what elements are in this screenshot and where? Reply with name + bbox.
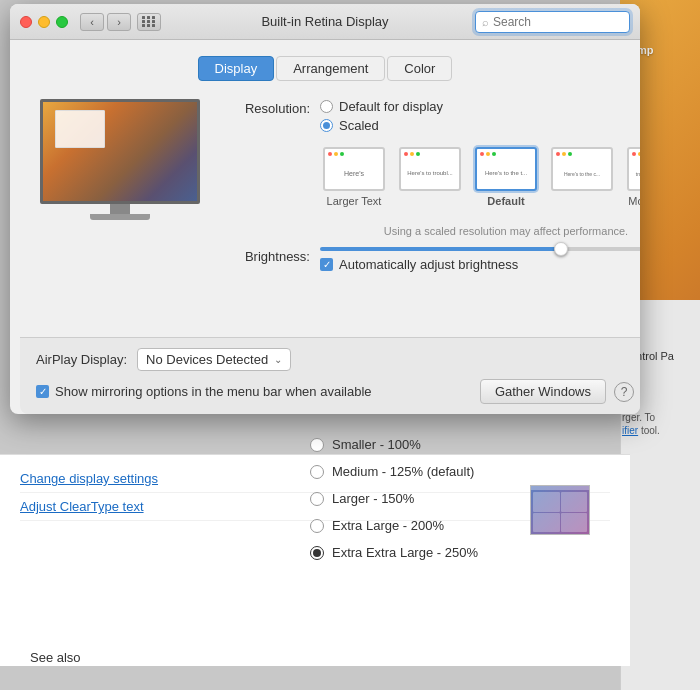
search-icon: ⌕ <box>482 16 489 28</box>
resolution-scaled-radio[interactable] <box>320 119 333 132</box>
resolution-row: Resolution: Default for display Scaled <box>230 99 640 137</box>
nav-buttons: ‹ › <box>80 13 131 31</box>
monitor-base <box>90 214 150 220</box>
radio-dot <box>323 122 330 129</box>
radio-label-2: Larger - 150% <box>332 491 414 506</box>
slider-track[interactable] <box>320 247 640 251</box>
res-preview-default: Here's to the t... <box>475 147 537 191</box>
brightness-options: ✓ Automatically adjust brightness <box>320 247 640 272</box>
res-text-1: Here's to troubl... <box>407 170 453 177</box>
dropdown-arrow-icon: ⌄ <box>274 354 282 365</box>
dot-red-4 <box>556 152 560 156</box>
res-option-p2[interactable]: Here's to troubl... <box>396 147 464 207</box>
airplay-label: AirPlay Display: <box>36 352 127 367</box>
resolution-default-radio[interactable] <box>320 100 333 113</box>
res-label-2: Default <box>487 195 524 207</box>
adjust-cleartype-link[interactable]: Adjust ClearType text <box>20 499 144 514</box>
search-box[interactable]: ⌕ ⊗ <box>475 11 630 33</box>
radio-circle-2 <box>310 492 324 506</box>
gather-windows-button[interactable]: Gather Windows <box>480 379 606 404</box>
see-also-section: See also <box>30 650 81 665</box>
ifier-link[interactable]: ifier <box>622 425 638 436</box>
window-title: Built-in Retina Display <box>261 14 388 29</box>
dot-green-2 <box>416 152 420 156</box>
airplay-row: AirPlay Display: No Devices Detected ⌄ <box>36 348 634 371</box>
brightness-row: Brightness: ✓ Automatically adjust brigh… <box>230 247 640 272</box>
maximize-button[interactable] <box>56 16 68 28</box>
res-text-0: Here's <box>344 170 364 178</box>
dot-green <box>340 152 344 156</box>
show-mirroring-checkbox[interactable]: ✓ <box>36 385 49 398</box>
res-dots <box>328 152 344 156</box>
title-bar: ‹ › Built-in Retina Display ⌕ ⊗ <box>10 4 640 40</box>
res-label-4: More Space <box>628 195 640 207</box>
tab-arrangement[interactable]: Arrangement <box>276 56 385 81</box>
bottom-bar: AirPlay Display: No Devices Detected ⌄ ✓… <box>20 337 640 414</box>
help-button[interactable]: ? <box>614 382 634 402</box>
res-text-4: troublemakers. Th... <box>636 171 640 177</box>
slider-thumb[interactable] <box>554 242 568 256</box>
window-content: Display Arrangement Color Resolution: <box>10 40 640 298</box>
tab-bar: Display Arrangement Color <box>30 56 620 81</box>
res-option-more-space[interactable]: troublemakers. Th... More Space <box>624 147 640 207</box>
dot-green-3 <box>492 152 496 156</box>
dot-yellow-3 <box>486 152 490 156</box>
resolution-options: Default for display Scaled <box>320 99 640 137</box>
search-input[interactable] <box>493 15 640 29</box>
auto-brightness-checkbox[interactable]: ✓ <box>320 258 333 271</box>
res-option-p4[interactable]: Here's to the c... <box>548 147 616 207</box>
brightness-slider <box>320 247 640 251</box>
res-label-0: Larger Text <box>327 195 382 207</box>
mac-window: ‹ › Built-in Retina Display ⌕ ⊗ Display … <box>10 4 640 414</box>
grid-button[interactable] <box>137 13 161 31</box>
res-dots-3 <box>480 152 496 156</box>
resolution-default-label: Default for display <box>339 99 443 114</box>
brightness-label: Brightness: <box>230 247 320 264</box>
res-option-larger-text[interactable]: Here's Larger Text <box>320 147 388 207</box>
ifier-suffix: tool. <box>641 425 660 436</box>
see-also-title: See also <box>30 650 81 665</box>
options-row: ✓ Show mirroring options in the menu bar… <box>36 379 634 404</box>
traffic-lights <box>20 16 68 28</box>
radio-circle-0 <box>310 438 324 452</box>
radio-label-1: Medium - 125% (default) <box>332 464 474 479</box>
dot-red <box>328 152 332 156</box>
grid-icon <box>142 16 156 27</box>
dot-red-3 <box>480 152 484 156</box>
resolution-presets: Here's Larger Text <box>320 147 640 207</box>
change-display-link[interactable]: Change display settings <box>20 471 158 486</box>
resolution-scaled-row: Scaled <box>320 118 640 133</box>
radio-option-3[interactable]: Extra Large - 200% <box>310 512 610 539</box>
monitor-screen <box>40 99 200 204</box>
radio-options-column: Smaller - 100% Medium - 125% (default) L… <box>310 431 610 566</box>
dot-yellow <box>334 152 338 156</box>
res-option-default[interactable]: Here's to the t... Default <box>472 147 540 207</box>
airplay-dropdown[interactable]: No Devices Detected ⌄ <box>137 348 291 371</box>
dot-red-5 <box>632 152 636 156</box>
radio-option-1[interactable]: Medium - 125% (default) <box>310 458 610 485</box>
radio-option-4[interactable]: Extra Extra Large - 250% <box>310 539 610 566</box>
res-dots-4 <box>556 152 572 156</box>
dot-yellow-5 <box>638 152 640 156</box>
presets-spacer <box>230 147 320 149</box>
res-text-2: Here's to the t... <box>485 170 527 177</box>
radio-option-2[interactable]: Larger - 150% <box>310 485 610 512</box>
res-preview-more-space: troublemakers. Th... <box>627 147 640 191</box>
monitor-screen-inner <box>55 110 105 148</box>
minimize-button[interactable] <box>38 16 50 28</box>
airplay-dropdown-value: No Devices Detected <box>146 352 268 367</box>
close-button[interactable] <box>20 16 32 28</box>
auto-brightness-label: Automatically adjust brightness <box>339 257 518 272</box>
res-preview-larger: Here's <box>323 147 385 191</box>
radio-option-0[interactable]: Smaller - 100% <box>310 431 610 458</box>
tab-color[interactable]: Color <box>387 56 452 81</box>
resolution-default-row: Default for display <box>320 99 640 114</box>
bottom-overlay-panel: Change display settings Adjust ClearType… <box>0 454 630 666</box>
forward-button[interactable]: › <box>107 13 131 31</box>
tab-display[interactable]: Display <box>198 56 275 81</box>
back-button[interactable]: ‹ <box>80 13 104 31</box>
res-dots-2 <box>404 152 420 156</box>
res-dots-5 <box>632 152 640 156</box>
settings-panel: Resolution: Default for display Scaled <box>230 99 640 282</box>
dot-red-2 <box>404 152 408 156</box>
